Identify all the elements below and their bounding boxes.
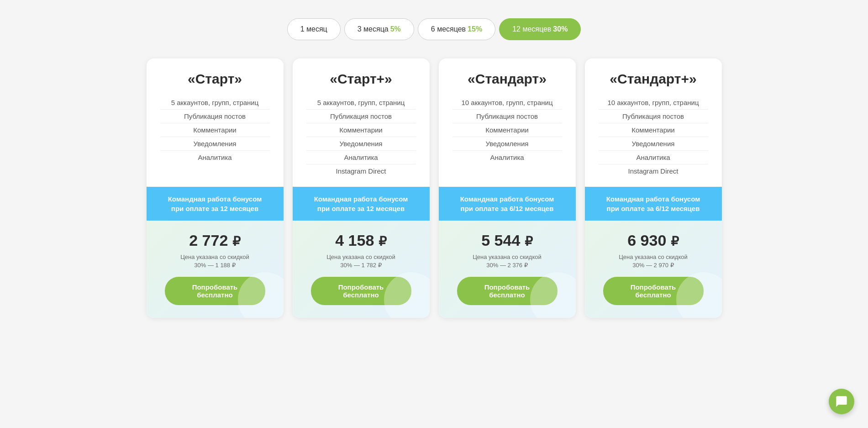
feature-item: Комментарии xyxy=(599,123,708,137)
plan-team-bonus: Командная работа бонусомпри оплате за 6/… xyxy=(439,187,576,221)
tab-label: 1 месяц xyxy=(300,25,327,33)
feature-item: 10 аккаунтов, групп, страниц xyxy=(452,96,562,110)
tab-discount: 5% xyxy=(390,25,401,33)
plan-card-standard-plus: «Стандарт+» 10 аккаунтов, групп, страниц… xyxy=(585,58,722,318)
plans-grid: «Старт» 5 аккаунтов, групп, страницПубли… xyxy=(137,58,731,318)
tab-6months-tab[interactable]: 6 месяцев15% xyxy=(418,18,495,40)
feature-item: Публикация постов xyxy=(306,110,416,123)
plan-name: «Старт» xyxy=(156,71,274,87)
plan-discount-note: Цена указана со скидкой30% — 2 970 ₽ xyxy=(594,253,713,269)
feature-item: Комментарии xyxy=(160,123,270,137)
feature-item: Instagram Direct xyxy=(599,164,708,178)
plan-card-start: «Старт» 5 аккаунтов, групп, страницПубли… xyxy=(147,58,284,318)
plan-pricing: 2 772 ₽ Цена указана со скидкой30% — 1 1… xyxy=(147,221,284,318)
feature-item: Комментарии xyxy=(306,123,416,137)
plan-currency: ₽ xyxy=(671,234,679,248)
tab-discount: 15% xyxy=(468,25,482,33)
plan-card-standard: «Стандарт» 10 аккаунтов, групп, страницП… xyxy=(439,58,576,318)
feature-item: 5 аккаунтов, групп, страниц xyxy=(306,96,416,110)
plan-price: 4 158 ₽ xyxy=(302,232,421,249)
plan-name: «Старт+» xyxy=(302,71,421,87)
feature-item: Уведомления xyxy=(599,137,708,151)
feature-item: Публикация постов xyxy=(160,110,270,123)
plan-pricing: 4 158 ₽ Цена указана со скидкой30% — 1 7… xyxy=(293,221,430,318)
plan-try-button[interactable]: Попробовать бесплатно xyxy=(603,277,704,305)
plan-try-button[interactable]: Попробовать бесплатно xyxy=(165,277,265,305)
tab-label: 6 месяцев xyxy=(431,25,466,33)
feature-item: Аналитика xyxy=(306,151,416,164)
tab-12months-tab[interactable]: 12 месяцев30% xyxy=(499,18,581,40)
chat-icon xyxy=(835,395,848,408)
plan-team-bonus: Командная работа бонусомпри оплате за 12… xyxy=(147,187,284,221)
plan-price: 6 930 ₽ xyxy=(594,232,713,249)
feature-item: Публикация постов xyxy=(452,110,562,123)
plan-name: «Стандарт» xyxy=(448,71,567,87)
feature-item: Уведомления xyxy=(452,137,562,151)
plan-features: 5 аккаунтов, групп, страницПубликация по… xyxy=(302,96,421,178)
plan-header: «Старт+» 5 аккаунтов, групп, страницПубл… xyxy=(293,58,430,187)
feature-item: Публикация постов xyxy=(599,110,708,123)
tab-1month-tab[interactable]: 1 месяц xyxy=(287,18,341,40)
plan-currency: ₽ xyxy=(525,234,533,248)
plan-price: 2 772 ₽ xyxy=(156,232,274,249)
tab-discount: 30% xyxy=(553,25,568,33)
feature-item: Уведомления xyxy=(306,137,416,151)
feature-item: Комментарии xyxy=(452,123,562,137)
plan-discount-note: Цена указана со скидкой30% — 2 376 ₽ xyxy=(448,253,567,269)
plan-discount-note: Цена указана со скидкой30% — 1 782 ₽ xyxy=(302,253,421,269)
period-tabs: 1 месяц3 месяца5%6 месяцев15%12 месяцев3… xyxy=(9,18,859,40)
plan-team-bonus: Командная работа бонусомпри оплате за 12… xyxy=(293,187,430,221)
plan-currency: ₽ xyxy=(232,234,241,248)
feature-item: Аналитика xyxy=(452,151,562,164)
feature-item: Аналитика xyxy=(160,151,270,164)
plan-pricing: 6 930 ₽ Цена указана со скидкой30% — 2 9… xyxy=(585,221,722,318)
plan-try-button[interactable]: Попробовать бесплатно xyxy=(311,277,411,305)
feature-item: Аналитика xyxy=(599,151,708,164)
plan-pricing: 5 544 ₽ Цена указана со скидкой30% — 2 3… xyxy=(439,221,576,318)
plan-card-start-plus: «Старт+» 5 аккаунтов, групп, страницПубл… xyxy=(293,58,430,318)
plan-header: «Старт» 5 аккаунтов, групп, страницПубли… xyxy=(147,58,284,173)
plan-features: 10 аккаунтов, групп, страницПубликация п… xyxy=(594,96,713,178)
feature-item: 10 аккаунтов, групп, страниц xyxy=(599,96,708,110)
plan-header: «Стандарт+» 10 аккаунтов, групп, страниц… xyxy=(585,58,722,187)
plan-features: 5 аккаунтов, групп, страницПубликация по… xyxy=(156,96,274,164)
plan-price: 5 544 ₽ xyxy=(448,232,567,249)
plan-header: «Стандарт» 10 аккаунтов, групп, страницП… xyxy=(439,58,576,173)
tab-label: 3 месяца xyxy=(358,25,389,33)
plan-try-button[interactable]: Попробовать бесплатно xyxy=(457,277,558,305)
feature-item: 5 аккаунтов, групп, страниц xyxy=(160,96,270,110)
feature-item: Уведомления xyxy=(160,137,270,151)
feature-item: Instagram Direct xyxy=(306,164,416,178)
plan-discount-note: Цена указана со скидкой30% — 1 188 ₽ xyxy=(156,253,274,269)
plan-features: 10 аккаунтов, групп, страницПубликация п… xyxy=(448,96,567,164)
chat-button[interactable] xyxy=(829,389,854,414)
tab-3months-tab[interactable]: 3 месяца5% xyxy=(344,18,414,40)
tab-label: 12 месяцев xyxy=(512,25,551,33)
plan-currency: ₽ xyxy=(379,234,387,248)
plan-team-bonus: Командная работа бонусомпри оплате за 6/… xyxy=(585,187,722,221)
plan-name: «Стандарт+» xyxy=(594,71,713,87)
